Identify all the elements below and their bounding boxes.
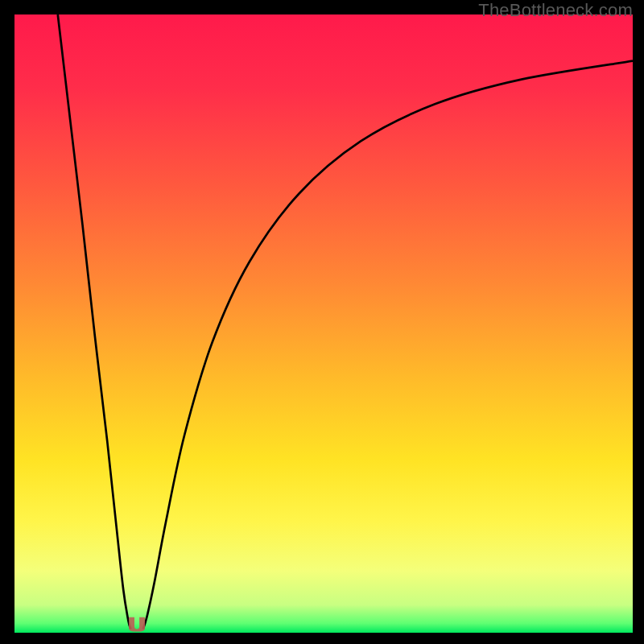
background-gradient — [14, 14, 633, 633]
plot-area — [14, 14, 633, 633]
outer-frame: TheBottleneck.com — [0, 0, 644, 644]
watermark-text: TheBottleneck.com — [478, 0, 633, 21]
svg-rect-0 — [14, 14, 633, 633]
